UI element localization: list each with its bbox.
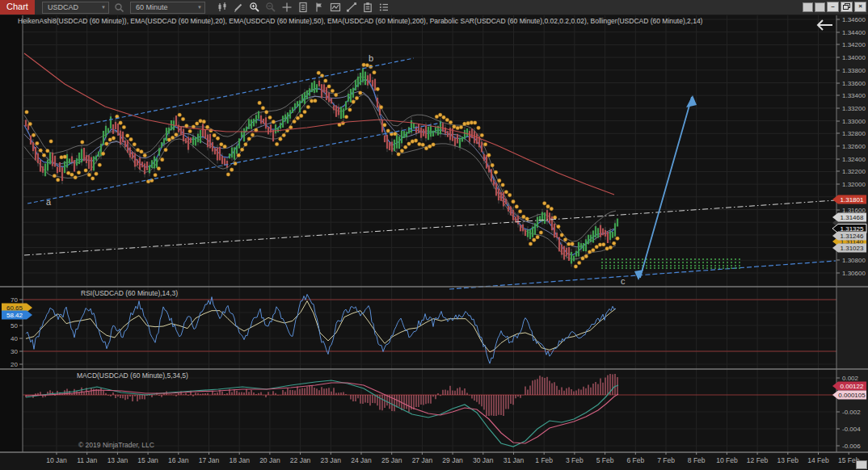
date-tick-label: 12 Feb	[747, 456, 769, 464]
date-tick-label: 15 Jan	[137, 456, 158, 464]
copyright-text: © 2019 NinjaTrader, LLC	[78, 441, 154, 449]
price-tick-label: 1.30600	[842, 270, 866, 277]
date-tick-label: 5 Feb	[596, 456, 614, 464]
rsi-tick-label: 20	[11, 361, 18, 368]
price-tick-label: 1.33400	[842, 92, 866, 99]
price-tick-label: 1.34600	[842, 16, 866, 23]
price-tick-label: 1.32600	[842, 143, 866, 150]
interval-select[interactable]: 60 Minute ▼	[130, 2, 205, 14]
crosshair-icon[interactable]	[280, 1, 294, 14]
date-tick-label: 10 Feb	[716, 456, 738, 464]
window-tab-button-1[interactable]	[803, 2, 813, 12]
date-tick-label: 27 Jan	[412, 456, 433, 464]
date-tick-label: 14 Feb	[807, 456, 829, 464]
macd-tick-label: -0.006	[842, 443, 861, 450]
date-tick-label: 7 Feb	[657, 456, 675, 464]
annotation-letter-b: b	[369, 53, 373, 63]
date-tick-label: 10 Jan	[46, 456, 67, 464]
zoom-out-icon[interactable]	[263, 1, 278, 14]
macd-tick-label: -0.002	[842, 409, 861, 416]
price-tick-label: 1.32800	[842, 130, 866, 137]
document-icon[interactable]	[296, 1, 310, 14]
rsi-badge-text: 58.42	[6, 312, 23, 319]
chevron-down-icon: ▼	[101, 5, 106, 10]
date-tick-label: 11 Jan	[77, 456, 97, 464]
indicator-panel-icon[interactable]	[328, 1, 343, 14]
price-tick-label: 1.34000	[842, 54, 866, 61]
zoom-in-icon[interactable]	[247, 1, 262, 14]
price-tick-label: 1.32200	[842, 168, 866, 175]
minimize-button[interactable]: –	[827, 2, 839, 12]
date-tick-label: 25 Jan	[381, 456, 402, 464]
clipboard-icon[interactable]	[360, 1, 375, 14]
price-tick-label: 1.33600	[842, 80, 866, 87]
instrument-select[interactable]: USDCAD ▼	[42, 2, 109, 14]
date-tick-label: 24 Jan	[351, 456, 372, 464]
price-badge-text: 1.31023	[841, 245, 864, 252]
resize-grip[interactable]	[856, 460, 867, 469]
chart-canvas[interactable]: bac1.346001.344001.342001.340001.338001.…	[0, 0, 868, 470]
annotation-letter-a: a	[46, 197, 52, 207]
chart-menu-button[interactable]: Chart	[0, 0, 35, 15]
interval-select-value: 60 Minute	[136, 3, 168, 11]
restore-button[interactable]	[841, 2, 853, 12]
rsi-tick-label: 70	[11, 296, 18, 304]
price-tick-label: 1.32000	[842, 181, 866, 188]
macd-badge-text: 0.00122	[841, 383, 864, 390]
price-tick-label: 1.34400	[842, 29, 866, 36]
price-tick-label: 1.30800	[842, 257, 866, 264]
rsi-indicator-label: RSI(USDCAD (60 Minute),14,3)	[81, 289, 178, 297]
date-tick-label: 17 Jan	[199, 456, 220, 464]
date-tick-label: 13 Jan	[107, 456, 129, 464]
macd-indicator-label: MACD(USDCAD (60 Minute),5,34,5)	[77, 371, 188, 380]
annotation-letter-c: c	[621, 276, 626, 286]
price-indicator-label: HeikenAshi8(USDCAD (60 Minute)), EMA(USD…	[18, 17, 702, 25]
date-tick-label: 18 Jan	[229, 456, 250, 464]
macd-badge-text: 0.000105	[838, 392, 866, 399]
price-badge-text: 1.31246	[841, 233, 864, 240]
price-badge-text: 1.31468	[841, 214, 864, 221]
price-tick-label: 1.33000	[842, 118, 866, 125]
price-tick-label: 1.32400	[842, 156, 866, 163]
close-button[interactable]: ×	[854, 2, 866, 12]
search-icon[interactable]	[112, 1, 127, 14]
date-tick-label: 31 Jan	[504, 456, 525, 464]
date-tick-label: 13 Feb	[777, 456, 799, 464]
rsi-tick-label: 40	[11, 335, 18, 342]
pencil-icon[interactable]	[231, 1, 246, 14]
window-tab-button-2[interactable]	[815, 2, 825, 12]
price-tick-label: 1.33800	[842, 67, 866, 74]
date-tick-label: 22 Jan	[290, 456, 311, 464]
date-tick-label: 20 Jan	[259, 456, 280, 464]
ninjatrader-chart-window: Chart USDCAD ▼ 60 Minute ▼ – × bac1.3460…	[0, 0, 868, 470]
macd-tick-label: 0.002	[842, 375, 859, 382]
macd-tick-label: -0.004	[842, 426, 861, 433]
date-tick-label: 8 Feb	[688, 456, 706, 464]
price-tick-label: 1.34200	[842, 41, 866, 48]
window-controls: – ×	[803, 2, 866, 12]
flag-icon[interactable]	[312, 1, 327, 14]
list-icon[interactable]	[377, 1, 391, 14]
date-tick-label: 23 Jan	[321, 456, 342, 464]
chart-toolbar: Chart USDCAD ▼ 60 Minute ▼	[0, 0, 868, 15]
chevron-down-icon: ▼	[197, 5, 202, 10]
date-tick-label: 16 Jan	[168, 456, 189, 464]
trendline-icon[interactable]	[344, 1, 359, 14]
date-tick-label: 1 Feb	[535, 456, 553, 464]
instrument-select-value: USDCAD	[48, 3, 78, 11]
rsi-tick-label: 30	[11, 348, 18, 355]
date-tick-label: 29 Jan	[442, 456, 463, 464]
price-tick-label: 1.33200	[842, 105, 866, 112]
bar-chart-icon[interactable]	[215, 1, 230, 14]
price-badge-text: 1.31801	[841, 196, 864, 204]
date-tick-label: 6 Feb	[626, 456, 644, 464]
rsi-tick-label: 50	[11, 322, 18, 329]
date-tick-label: 3 Feb	[566, 456, 584, 464]
date-tick-label: 30 Jan	[473, 456, 494, 464]
